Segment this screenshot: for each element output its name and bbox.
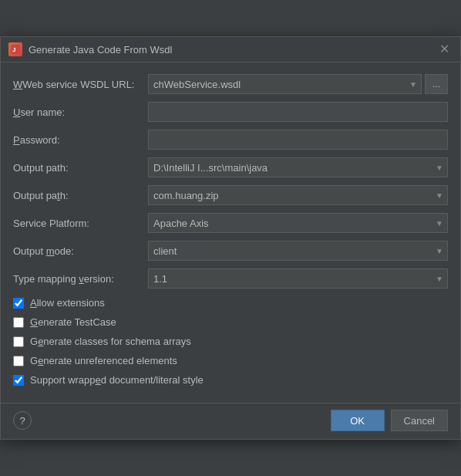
generate-unreferenced-label: Generate unreferenced elements bbox=[30, 355, 177, 366]
output-path2-controls: com.huang.zip ▼ bbox=[148, 185, 448, 205]
type-mapping-select[interactable]: 1.1 1.2 bbox=[148, 268, 448, 289]
support-wrapped-label: Support wrapped document/literal style bbox=[30, 374, 204, 386]
dialog-title: Generate Java Code From Wsdl bbox=[29, 44, 172, 56]
type-mapping-controls: 1.1 1.2 ▼ bbox=[148, 268, 448, 289]
type-mapping-label: Type mapping version: bbox=[13, 273, 148, 285]
output-path2-label: Output path: bbox=[13, 190, 148, 201]
browse-button[interactable]: ... bbox=[425, 74, 448, 94]
type-mapping-select-wrapper: 1.1 1.2 ▼ bbox=[148, 268, 448, 289]
password-input[interactable] bbox=[148, 130, 448, 150]
wsdl-url-select[interactable]: chWebService.wsdl bbox=[148, 74, 422, 94]
dialog-icon: J bbox=[8, 42, 22, 56]
username-controls bbox=[148, 102, 448, 122]
service-platform-label: Service Platform: bbox=[13, 218, 148, 229]
generate-classes-checkbox[interactable] bbox=[13, 336, 24, 347]
output-mode-select[interactable]: client server both bbox=[148, 241, 448, 261]
generate-unreferenced-checkbox[interactable] bbox=[13, 356, 24, 366]
generate-testcase-checkbox[interactable] bbox=[13, 317, 24, 328]
wsdl-url-select-wrapper: chWebService.wsdl ▼ bbox=[148, 74, 422, 94]
generate-classes-row: Generate classes for schema arrays bbox=[13, 334, 448, 349]
generate-classes-label: Generate classes for schema arrays bbox=[30, 336, 191, 347]
wsdl-url-label: WWeb service WSDL URL: bbox=[13, 79, 148, 90]
output-mode-row: Output mode: client server both ▼ bbox=[13, 240, 448, 262]
close-button[interactable]: ✕ bbox=[436, 42, 453, 57]
type-mapping-row: Type mapping version: 1.1 1.2 ▼ bbox=[13, 268, 448, 289]
password-row: Password: bbox=[13, 129, 448, 150]
output-path-select-wrapper: D:\IntelliJ I...src\main\java ▼ bbox=[148, 157, 448, 177]
footer-buttons: OK Cancel bbox=[331, 410, 448, 431]
ok-button[interactable]: OK bbox=[331, 410, 385, 431]
dialog-content: WWeb service WSDL URL: chWebService.wsdl… bbox=[1, 62, 460, 403]
output-path2-select[interactable]: com.huang.zip bbox=[148, 185, 448, 205]
wsdl-url-controls: chWebService.wsdl ▼ ... bbox=[148, 74, 448, 94]
password-controls bbox=[148, 130, 448, 150]
dialog-footer: ? OK Cancel bbox=[1, 403, 460, 439]
cancel-button[interactable]: Cancel bbox=[391, 410, 448, 431]
allow-extensions-row: Allow extensions bbox=[13, 295, 448, 310]
wsdl-url-row: WWeb service WSDL URL: chWebService.wsdl… bbox=[13, 73, 448, 95]
service-platform-select-wrapper: Apache Axis Axis2 CXF JAX-WS ▼ bbox=[148, 213, 448, 233]
support-wrapped-checkbox[interactable] bbox=[13, 375, 24, 386]
service-platform-controls: Apache Axis Axis2 CXF JAX-WS ▼ bbox=[148, 213, 448, 233]
username-row: User name: bbox=[13, 101, 448, 123]
password-label: Password: bbox=[13, 134, 148, 146]
service-platform-select[interactable]: Apache Axis Axis2 CXF JAX-WS bbox=[148, 213, 448, 233]
output-path-controls: D:\IntelliJ I...src\main\java ▼ bbox=[148, 157, 448, 177]
title-bar-left: J Generate Java Code From Wsdl bbox=[8, 42, 172, 56]
output-path-label: Output path: bbox=[13, 162, 148, 174]
generate-testcase-label: Generate TestCase bbox=[30, 316, 116, 328]
output-mode-select-wrapper: client server both ▼ bbox=[148, 241, 448, 261]
output-path2-select-wrapper: com.huang.zip ▼ bbox=[148, 185, 448, 205]
output-path-row: Output path: D:\IntelliJ I...src\main\ja… bbox=[13, 157, 448, 178]
username-input[interactable] bbox=[148, 102, 448, 122]
allow-extensions-label: Allow extensions bbox=[30, 297, 105, 309]
output-mode-label: Output mode: bbox=[13, 245, 148, 257]
support-wrapped-row: Support wrapped document/literal style bbox=[13, 373, 448, 387]
username-label: User name: bbox=[13, 106, 148, 118]
generate-testcase-row: Generate TestCase bbox=[13, 315, 448, 329]
generate-unreferenced-row: Generate unreferenced elements bbox=[13, 353, 448, 368]
help-button[interactable]: ? bbox=[13, 411, 32, 430]
dialog-container: J Generate Java Code From Wsdl ✕ WWeb se… bbox=[0, 36, 461, 440]
service-platform-row: Service Platform: Apache Axis Axis2 CXF … bbox=[13, 212, 448, 234]
svg-text:J: J bbox=[12, 46, 15, 53]
output-path-select[interactable]: D:\IntelliJ I...src\main\java bbox=[148, 157, 448, 177]
title-bar: J Generate Java Code From Wsdl ✕ bbox=[1, 37, 460, 62]
output-path2-row: Output path: com.huang.zip ▼ bbox=[13, 184, 448, 206]
checkboxes-section: Allow extensions Generate TestCase Gener… bbox=[13, 295, 448, 387]
output-mode-controls: client server both ▼ bbox=[148, 241, 448, 261]
allow-extensions-checkbox[interactable] bbox=[13, 298, 24, 309]
